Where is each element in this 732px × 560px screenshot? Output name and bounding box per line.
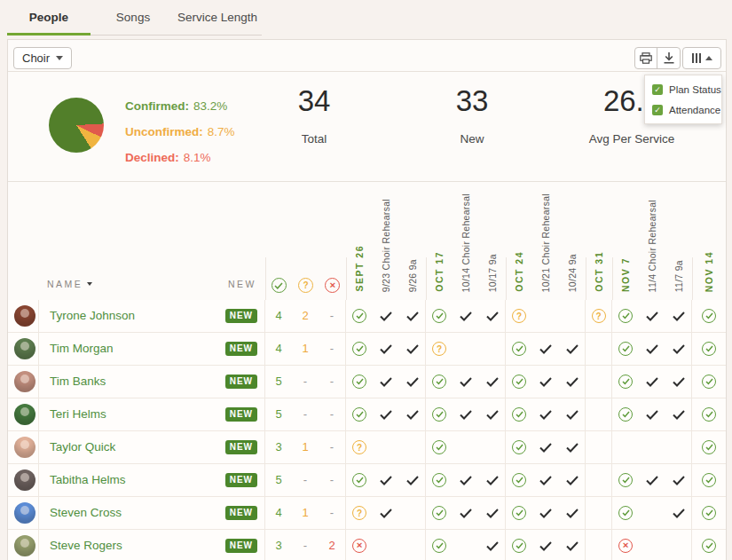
name-cell: Tabitha HelmsNEW: [39, 464, 265, 496]
check-icon: [406, 476, 419, 485]
attendance-cell: [479, 530, 506, 560]
attendance-cell: [586, 530, 612, 560]
check-circle-icon: [432, 506, 446, 520]
tab-songs[interactable]: Songs: [96, 0, 170, 35]
check-circle-icon: [618, 375, 633, 389]
checkbox-checked-icon[interactable]: ✓: [652, 84, 663, 95]
table-row: Taylor QuickNEW31-?: [8, 431, 726, 464]
attendance-cell: [506, 333, 532, 365]
columns-menu: ✓ Plan Status ✓ Attendance: [644, 75, 722, 124]
attendance-cell: ?: [346, 497, 373, 529]
question-circle-icon: ?: [592, 309, 606, 323]
attendance-cell: [559, 530, 586, 560]
person-name-link[interactable]: Taylor Quick: [50, 431, 115, 463]
tab-service-length[interactable]: Service Length: [170, 0, 264, 35]
person-name-link[interactable]: Tabitha Helms: [50, 464, 126, 496]
sort-caret-icon: [87, 282, 92, 286]
check-icon: [486, 410, 499, 420]
avatar: [14, 338, 35, 359]
download-button[interactable]: [657, 48, 680, 68]
person-name-link[interactable]: Steve Rogers: [50, 530, 122, 560]
column-header-cell: 11/7 9a: [665, 260, 692, 300]
person-name-link[interactable]: Tim Banks: [50, 366, 106, 398]
status-counts-cell: 41-: [265, 333, 346, 365]
menu-item-plan-status[interactable]: ✓ Plan Status: [645, 79, 721, 99]
attendance-cell: [453, 333, 479, 365]
new-badge: NEW: [225, 309, 257, 323]
column-header-cell: 11/4 Choir Rehearsal: [639, 200, 665, 300]
table-header: NAME NEW ? × SEPT 269/23 Choir Rehearsal…: [8, 181, 726, 300]
person-name-link[interactable]: Steven Cross: [50, 497, 122, 529]
attendance-marks: ??: [346, 300, 726, 332]
check-icon: [539, 443, 552, 453]
active-tab-indicator: [7, 33, 91, 35]
status-count: 2: [319, 530, 345, 560]
attendance-cell: [586, 464, 612, 496]
check-circle-icon: [432, 407, 446, 422]
new-badge: NEW: [225, 375, 257, 389]
attendance-cell: [612, 431, 639, 463]
checkbox-checked-icon[interactable]: ✓: [652, 105, 663, 115]
attendance-cell: [479, 398, 506, 430]
columns-visibility-button[interactable]: [682, 47, 721, 69]
status-counts-cell: 5--: [265, 366, 346, 398]
status-counts-cell: 3-2: [265, 530, 346, 560]
tab-people[interactable]: People: [7, 0, 91, 35]
attendance-cell: [453, 497, 479, 529]
report-tab-bar: People Songs Service Length: [0, 0, 732, 39]
legend-declined: Declined 8.1%: [125, 145, 235, 170]
status-count: 4: [265, 300, 292, 332]
check-circle-icon: [618, 473, 633, 487]
attendance-cell: [373, 464, 399, 496]
person-name-link[interactable]: Teri Helms: [50, 398, 106, 430]
status-counts-cell: 42-: [265, 300, 346, 332]
status-count: 5: [265, 398, 292, 430]
attendance-cell: [506, 398, 532, 430]
attendance-cell: [506, 464, 532, 496]
attendance-cell: [373, 333, 399, 365]
avatar-cell: [8, 333, 39, 365]
choir-filter-button[interactable]: Choir: [13, 47, 72, 69]
check-icon: [486, 509, 499, 518]
attendance-cell: [453, 530, 479, 560]
attendance-cell: [639, 431, 665, 463]
attendance-cell: [665, 497, 692, 529]
attendance-cell: [373, 497, 399, 529]
attendance-cell: [373, 530, 399, 560]
status-count: -: [292, 530, 319, 560]
column-header-cell: SEPT 26: [346, 245, 373, 300]
print-button[interactable]: [635, 48, 657, 68]
check-icon: [486, 312, 499, 321]
attendance-table-body: Tyrone JohnsonNEW42-??Tim MorganNEW41-?T…: [8, 300, 726, 560]
name-column-header[interactable]: NAME: [47, 279, 92, 289]
check-icon: [539, 410, 552, 420]
column-header-cell: OCT 31: [586, 251, 612, 300]
status-counts-cell: 5--: [265, 464, 346, 496]
check-icon: [673, 377, 685, 387]
column-header-cell: NOV 14: [692, 251, 726, 300]
person-name-link[interactable]: Tyrone Johnson: [50, 300, 135, 332]
check-circle-icon: [432, 375, 446, 389]
attendance-cell: [692, 464, 726, 496]
person-name-link[interactable]: Tim Morgan: [50, 333, 114, 365]
check-circle-icon: [512, 473, 526, 487]
status-count: -: [319, 464, 345, 496]
attendance-marks: [346, 464, 726, 496]
check-icon: [460, 312, 472, 321]
attendance-cell: [559, 431, 586, 463]
attendance-cell: [346, 333, 373, 365]
check-circle-icon: [512, 407, 526, 422]
attendance-cell: [692, 497, 726, 529]
check-icon: [673, 344, 685, 354]
pie-legend: Confirmed 83.2% Unconfirmed 8.7% Decline…: [125, 93, 235, 170]
name-cell: Tim BanksNEW: [39, 366, 265, 398]
avatar-cell: [8, 497, 39, 529]
check-icon: [566, 377, 579, 387]
menu-item-attendance[interactable]: ✓ Attendance: [645, 99, 721, 120]
avatar: [14, 469, 35, 491]
attendance-cell: [532, 464, 559, 496]
attendance-cell: [399, 530, 426, 560]
check-circle-icon: [618, 506, 633, 520]
attendance-cell: [612, 300, 639, 332]
section-divider: [8, 71, 726, 72]
